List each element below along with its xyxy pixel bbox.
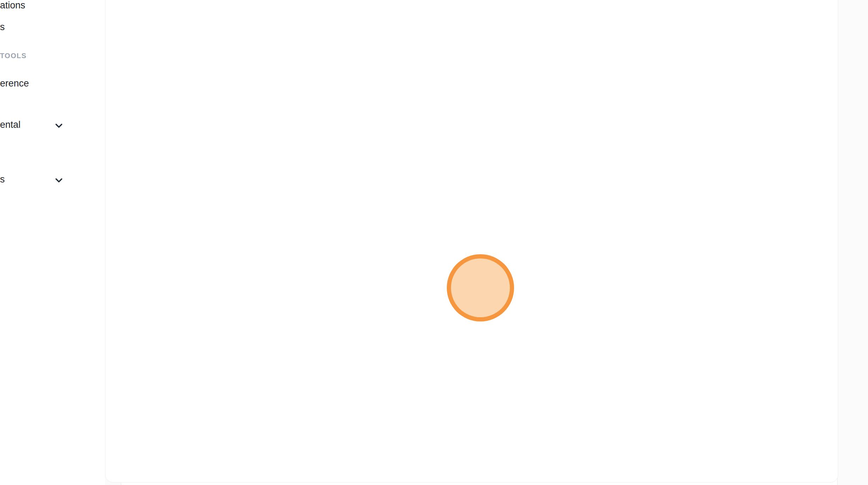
sidebar-item-organizations[interactable]: ations xyxy=(0,0,25,11)
chevron-down-icon[interactable] xyxy=(53,120,64,131)
sidebar-item-label: s xyxy=(0,22,5,32)
sidebar-item-experimental[interactable]: ental xyxy=(0,119,21,130)
chevron-down-icon[interactable] xyxy=(53,175,64,186)
sidebar-item-settings[interactable]: s xyxy=(0,174,5,185)
add-model-form-card xyxy=(105,0,838,483)
sidebar-item-label: ental xyxy=(0,119,21,130)
sidebar-item-api-reference[interactable]: erence xyxy=(0,78,29,89)
sidebar-section-label: TOOLS xyxy=(0,52,27,60)
sidebar-item-users[interactable]: s xyxy=(0,22,5,33)
sidebar-item-label: ations xyxy=(0,0,25,11)
sidebar-item-label: s xyxy=(0,174,5,185)
sidebar-item-label: erence xyxy=(0,78,29,89)
sidebar-section-tools: TOOLS xyxy=(0,52,27,60)
click-indicator-circle xyxy=(447,254,514,321)
sidebar: ations s TOOLS erence ental s xyxy=(0,0,105,485)
